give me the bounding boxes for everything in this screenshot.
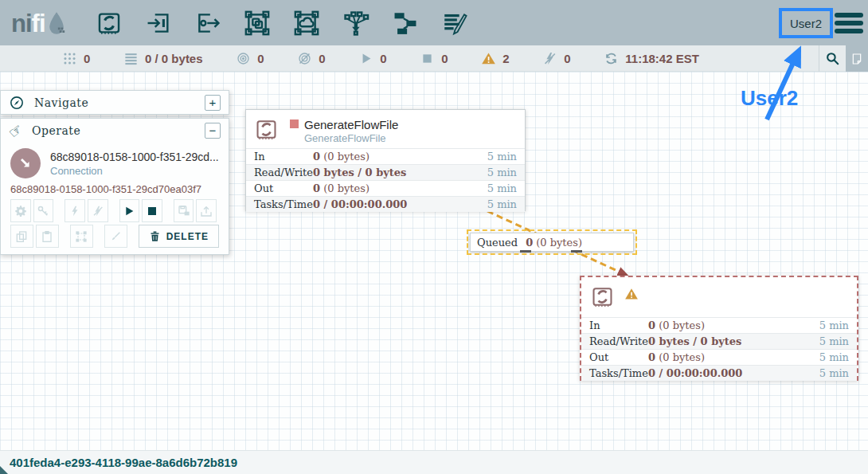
copy-button[interactable] — [10, 225, 33, 248]
copy-icon — [15, 230, 28, 243]
refresh-time: 11:18:42 EST — [625, 52, 699, 65]
selection-handle — [571, 250, 582, 253]
selection-id: 68c89018-0158-1000-f351-29cd70ea03f7 — [1, 180, 229, 197]
key-icon — [37, 205, 49, 217]
transmitting-icon — [236, 51, 251, 66]
play-icon — [123, 205, 135, 217]
settings-button[interactable] — [10, 199, 31, 222]
processor-generateflowfile[interactable]: GenerateFlowFile GenerateFlowFile In 0 (… — [245, 109, 526, 211]
processor-copy-selected[interactable]: In 0 (0 bytes) 5 min Read/Write 0 bytes … — [580, 276, 858, 381]
current-user-label: User2 — [790, 17, 822, 30]
stat-row-out: Out 0 (0 bytes) 5 min — [246, 180, 525, 196]
global-menu-icon[interactable] — [835, 13, 863, 37]
stat-row-tasks: Tasks/Time 0 / 00:00:00.000 5 min — [581, 365, 857, 381]
processor-glyph-icon — [254, 117, 279, 145]
threads-icon — [62, 51, 77, 66]
upload-template-icon — [200, 205, 213, 217]
funnel-icon[interactable] — [342, 8, 371, 37]
running-count: 0 — [380, 52, 386, 65]
note-page-icon — [850, 53, 863, 65]
label-icon[interactable] — [440, 8, 470, 37]
operate-buttons-row-2: DELETE — [1, 222, 229, 248]
save-template-button[interactable] — [174, 199, 194, 222]
stopped-state-indicator — [290, 119, 299, 128]
stop-button[interactable] — [142, 199, 162, 222]
active-threads-status: 0 — [62, 51, 90, 66]
annotation-user2-text: User2 — [741, 86, 798, 111]
input-port-icon[interactable] — [144, 8, 174, 37]
queued-list-icon — [123, 51, 139, 66]
disable-button[interactable] — [88, 199, 108, 222]
compass-icon — [9, 95, 25, 111]
invalid-status: 2 — [481, 51, 509, 66]
not-transmitting-status: 0 — [297, 51, 325, 66]
processor-icon[interactable] — [95, 8, 124, 37]
flow-canvas[interactable]: Navigate + ☞ Operate − 68c89018-0158-100… — [0, 72, 868, 450]
flow-status-bar: 0 0 / 0 bytes 0 0 0 — [0, 45, 868, 72]
queued-count-value: 0 — [526, 237, 533, 249]
disabled-status: 0 — [542, 51, 570, 66]
enable-button[interactable] — [65, 199, 85, 222]
lightning-icon — [68, 205, 81, 217]
not-transmitting-count: 0 — [319, 52, 325, 65]
disabled-count: 0 — [564, 52, 570, 65]
hand-pointer-icon: ☞ — [5, 119, 26, 142]
template-icon[interactable] — [391, 8, 420, 37]
processor-type: GenerateFlowFile — [304, 132, 386, 144]
upload-template-button[interactable] — [196, 199, 217, 222]
trash-icon — [149, 230, 161, 242]
refresh-status[interactable]: 11:18:42 EST — [604, 51, 699, 66]
stopped-count: 0 — [441, 52, 448, 65]
brush-icon — [109, 230, 122, 243]
nifi-logo: nifi — [0, 10, 74, 36]
stat-row-readwrite: Read/Write 0 bytes / 0 bytes 5 min — [246, 164, 525, 180]
transmitting-status: 0 — [236, 51, 264, 66]
lightning-crossed-icon — [92, 205, 104, 217]
paste-button[interactable] — [36, 225, 59, 248]
invalid-warning-icon — [624, 287, 639, 304]
connection-queued-label[interactable]: Queued 0 (0 bytes) — [470, 233, 634, 252]
policies-button[interactable] — [33, 199, 54, 222]
start-button[interactable] — [119, 199, 140, 222]
search-button[interactable] — [819, 45, 846, 72]
navigate-expand-button[interactable]: + — [205, 95, 221, 111]
stat-row-in: In 0 (0 bytes) 5 min — [581, 317, 857, 333]
navigate-title: Navigate — [34, 96, 205, 109]
operate-collapse-button[interactable]: − — [205, 123, 221, 139]
transmitting-count: 0 — [257, 52, 264, 65]
current-user-button[interactable]: User2 — [779, 8, 833, 38]
output-port-icon[interactable] — [194, 8, 223, 37]
delete-label: DELETE — [166, 231, 209, 242]
operate-panel: ☞ Operate − 68c89018-0158-1000-f351-29cd… — [0, 118, 229, 255]
component-toolbar — [95, 8, 470, 37]
invalid-count: 2 — [502, 52, 509, 65]
queued-bytes-value: (0 bytes) — [536, 237, 582, 249]
bulletin-button[interactable] — [846, 45, 868, 72]
nifi-app: nifi — [0, 0, 868, 474]
remote-process-group-icon[interactable] — [292, 8, 322, 37]
group-button[interactable] — [70, 225, 93, 248]
queued-label: Queued — [477, 237, 518, 249]
operate-title: Operate — [32, 124, 205, 137]
active-threads-count: 0 — [84, 52, 90, 65]
flow-group-id: 401feda4-e293-4118-99ae-8a6d6b72b819 — [10, 456, 237, 469]
footer-bar: 401feda4-e293-4118-99ae-8a6d6b72b819 — [0, 450, 868, 474]
logo-text-ni: ni — [11, 11, 32, 36]
search-icon — [825, 51, 840, 66]
stopped-status: 0 — [420, 51, 448, 66]
warning-icon — [481, 51, 496, 66]
not-transmitting-icon — [297, 51, 312, 66]
color-button[interactable] — [104, 225, 127, 248]
process-group-icon[interactable] — [243, 8, 272, 37]
selection-name: 68c89018-0158-1000-f351-29cd... — [50, 151, 219, 163]
stat-row-tasks: Tasks/Time 0 / 00:00:00.000 5 min — [246, 196, 525, 212]
processor-glyph-icon — [590, 284, 615, 312]
running-status: 0 — [358, 51, 386, 66]
stop-icon — [146, 205, 158, 217]
delete-button[interactable]: DELETE — [139, 225, 219, 248]
paste-icon — [41, 230, 53, 243]
stat-row-readwrite: Read/Write 0 bytes / 0 bytes 5 min — [581, 333, 857, 349]
queued-count: 0 / 0 bytes — [145, 52, 203, 65]
selected-component: 68c89018-0158-1000-f351-29cd... Connecti… — [1, 143, 229, 180]
running-icon — [358, 51, 373, 66]
